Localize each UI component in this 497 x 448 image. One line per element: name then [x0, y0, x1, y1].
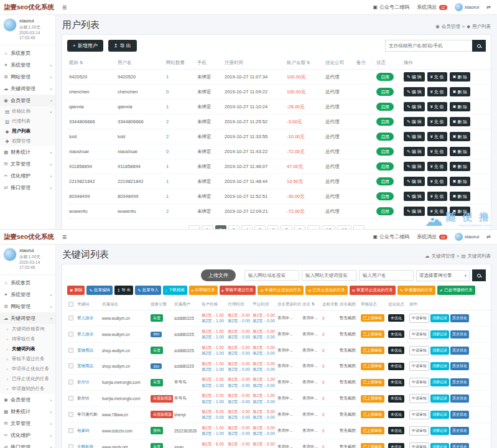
consume-record-button[interactable]: 消费记录: [430, 347, 449, 355]
edit-button[interactable]: ✎ 编 辑: [404, 87, 425, 96]
column-header[interactable]: 注册时间: [223, 57, 285, 70]
user-menu-item[interactable]: xiaorui: [455, 233, 480, 241]
edit-keyword-button[interactable]: 修改关键词: [490, 378, 495, 386]
site-count-cell[interactable]: 1: [164, 70, 195, 85]
sidebar-subitem-stopped[interactable]: ▫已停止优化的任务: [0, 374, 55, 384]
consume-record-button[interactable]: 消费记录: [430, 427, 449, 435]
edit-keyword-button[interactable]: 修改关键词: [490, 427, 495, 435]
keyword-link[interactable]: 学习通代刷: [76, 407, 101, 423]
recharge-button[interactable]: ¥ 充 值: [427, 147, 447, 156]
sidebar-item-api[interactable]: ⇄接口管理▸: [0, 182, 55, 194]
toolbar-button[interactable]: ✖删除: [67, 286, 85, 295]
keyword-link[interactable]: 宠物用品: [76, 342, 101, 358]
recharge-button[interactable]: ¥ 充 值: [427, 162, 447, 171]
edit-button[interactable]: ✎ 编 辑: [404, 117, 425, 126]
consume-record-button[interactable]: 消费记录: [430, 330, 449, 338]
apply-audit-button[interactable]: 申请审核: [409, 378, 429, 387]
toolbar-button[interactable]: ✎批量编辑: [86, 286, 112, 295]
row-checkbox[interactable]: [68, 348, 73, 353]
sidebar-subitem-audit-fail[interactable]: ▫审核不通过任务: [0, 354, 55, 364]
history-rank-button[interactable]: 历史排名: [450, 443, 469, 448]
delete-button[interactable]: ✖ 删 除: [450, 102, 471, 111]
row-checkbox[interactable]: [68, 363, 73, 368]
apply-audit-button[interactable]: 申请审核: [409, 410, 429, 419]
site-count-cell[interactable]: 1: [164, 159, 195, 174]
sidebar-item-home[interactable]: ⌂系统首页: [0, 277, 55, 289]
site-count-cell[interactable]: 1: [164, 189, 195, 204]
row-checkbox[interactable]: [68, 396, 73, 401]
apply-audit-button[interactable]: 申请审核: [409, 346, 429, 355]
row-checkbox[interactable]: [68, 412, 73, 417]
column-header[interactable]: 操作: [402, 57, 495, 70]
column-header[interactable]: 所属域名: [101, 299, 149, 310]
column-header[interactable]: 客户价格: [200, 299, 226, 310]
recharge-button[interactable]: ¥ 充 值: [427, 192, 447, 201]
consume-record-button[interactable]: 消费记录: [430, 443, 449, 448]
delete-button[interactable]: ✖ 删 除: [450, 72, 471, 82]
delete-button[interactable]: ✖ 删 除: [450, 192, 471, 201]
column-header[interactable]: 备注: [355, 57, 374, 70]
consume-record-button[interactable]: 消费记录: [430, 394, 449, 403]
sidebar-subitem-kw-price[interactable]: ▫关键词价格查询: [0, 324, 55, 334]
site-count-cell[interactable]: 0: [164, 144, 195, 159]
history-rank-button[interactable]: 历史排名: [450, 411, 469, 419]
site-count-cell[interactable]: 2: [164, 114, 195, 129]
sidebar-subitem-agent-list[interactable]: ▥代理列表: [0, 116, 55, 126]
sidebar-item-keyword[interactable]: ☁关键词管理▾: [0, 312, 55, 324]
edit-keyword-button[interactable]: 修改关键词: [490, 362, 495, 370]
column-header[interactable]: 代理利润: [226, 299, 251, 310]
toolbar-button[interactable]: ✔已处理撤销任务: [437, 286, 475, 295]
hamburger-icon[interactable]: ≡: [62, 233, 67, 241]
column-header[interactable]: 优化公司: [323, 57, 355, 70]
keyword-link[interactable]: 企鹅影视: [76, 439, 101, 448]
column-header[interactable]: 所属用户: [173, 299, 200, 310]
row-checkbox[interactable]: [68, 332, 73, 337]
apply-audit-button[interactable]: 申请审核: [409, 362, 429, 371]
toolbar-button[interactable]: ↥导 出: [114, 286, 133, 295]
keyword-link[interactable]: 婴儿游泳: [76, 326, 101, 342]
column-header[interactable]: 排名截图: [338, 299, 360, 310]
toolbar-button[interactable]: ▸待审核任务: [189, 286, 218, 295]
recharge-button[interactable]: ¥ 充 值: [427, 72, 447, 82]
edit-keyword-button[interactable]: 修改关键词: [490, 411, 495, 419]
column-header[interactable]: 审核状态: [360, 299, 387, 310]
recharge-button[interactable]: ¥ 充 值: [427, 117, 447, 126]
edit-button[interactable]: ✎ 编 辑: [404, 147, 425, 156]
sidebar-item-maintain[interactable]: ✂优化维护▸: [0, 170, 55, 182]
sidebar-item-site[interactable]: ⚙网站管理▸: [0, 71, 55, 83]
recharge-button[interactable]: ¥ 充 值: [427, 102, 447, 111]
toolbar-button[interactable]: ✎批量导入: [135, 286, 160, 295]
edit-keyword-button[interactable]: 修改关键词: [490, 347, 495, 355]
breadcrumb-parent[interactable]: 会员管理: [442, 24, 460, 30]
consume-record-button[interactable]: 消费记录: [430, 314, 449, 322]
filter-username-input[interactable]: [359, 270, 414, 281]
recharge-button[interactable]: ¥ 充 值: [427, 207, 447, 216]
apply-audit-button[interactable]: 申请审核: [409, 442, 429, 448]
keyword-link[interactable]: 婴儿游泳: [76, 310, 101, 327]
edit-keyword-button[interactable]: 修改关键词: [490, 394, 495, 403]
consume-record-button[interactable]: 消费记录: [430, 411, 449, 419]
history-rank-button[interactable]: 历史排名: [450, 362, 469, 370]
keyword-link[interactable]: 肤尔佳: [76, 391, 101, 407]
keyword-link[interactable]: 肤尔佳: [76, 375, 101, 391]
history-rank-button[interactable]: 历史排名: [450, 330, 469, 338]
engine-select[interactable]: 请选择查询引擎 ▾: [416, 270, 470, 281]
edit-button[interactable]: ✎ 编 辑: [404, 162, 425, 171]
edit-keyword-button[interactable]: 修改关键词: [490, 314, 495, 322]
toolbar-button[interactable]: ⊘申请停止优化的任务: [258, 286, 304, 295]
toggle-icon[interactable]: ⇄: [486, 4, 491, 10]
sidebar-item-keyword[interactable]: ☁关键词管理▸: [0, 83, 55, 95]
sidebar-item-api[interactable]: ⇄接口管理▸: [0, 441, 55, 448]
column-header[interactable]: 状态: [374, 57, 402, 70]
edit-button[interactable]: ✎ 编 辑: [404, 102, 425, 111]
history-rank-button[interactable]: 历史排名: [450, 378, 469, 386]
site-count-cell[interactable]: 2: [164, 129, 195, 144]
history-rank-button[interactable]: 历史排名: [450, 427, 469, 435]
row-checkbox[interactable]: [68, 444, 73, 448]
sidebar-item-member[interactable]: ◉会员管理▸: [0, 394, 55, 406]
select-all-checkbox[interactable]: [68, 302, 73, 307]
edit-button[interactable]: ✎ 编 辑: [404, 207, 425, 216]
keyword-link[interactable]: 宠物用品: [76, 358, 101, 375]
sidebar-item-site[interactable]: ⚙网站管理▸: [0, 301, 55, 312]
apply-audit-button[interactable]: 申请审核: [409, 426, 429, 436]
